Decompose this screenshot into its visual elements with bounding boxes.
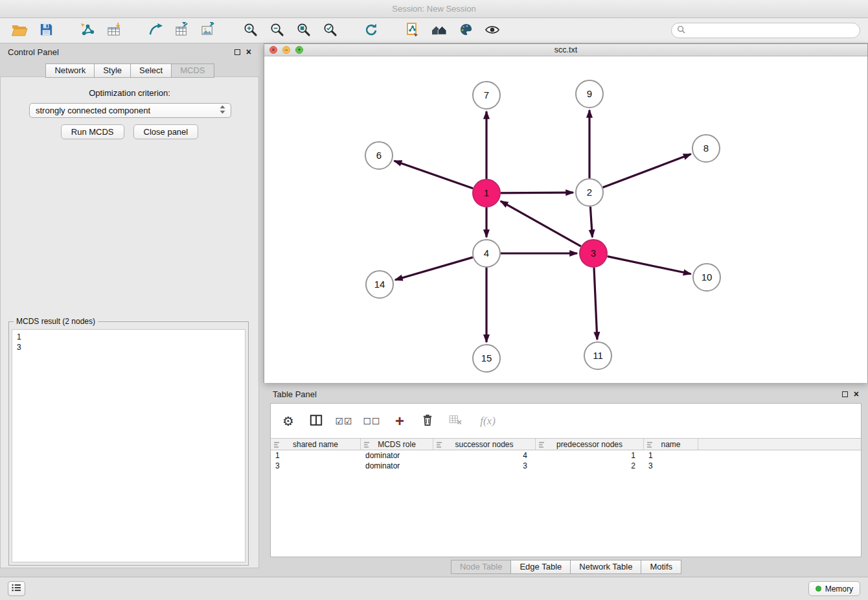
column-header-shared-name[interactable]: shared name bbox=[271, 439, 361, 450]
import-table-button[interactable] bbox=[102, 20, 126, 41]
graph-edge-3-1[interactable] bbox=[501, 201, 581, 246]
table-panel-header: Table Panel × bbox=[264, 387, 868, 401]
table-row[interactable]: 3dominator323 bbox=[271, 461, 861, 471]
zoom-fit-button[interactable] bbox=[291, 20, 315, 41]
delete-table-button[interactable] bbox=[447, 413, 464, 430]
result-item[interactable]: 1 bbox=[12, 332, 245, 342]
minimize-window-button[interactable]: − bbox=[282, 46, 290, 54]
graph-edge-1-2[interactable] bbox=[501, 192, 573, 193]
function-builder-button[interactable]: f(x) bbox=[475, 413, 501, 430]
maximize-window-button[interactable]: + bbox=[295, 46, 303, 54]
column-header-predecessor-nodes[interactable]: predecessor nodes bbox=[536, 439, 644, 450]
column-header-name[interactable]: name bbox=[644, 439, 698, 450]
close-window-button[interactable]: × bbox=[269, 46, 277, 54]
graph-node-label: 11 bbox=[593, 350, 603, 361]
zoom-in-button[interactable] bbox=[238, 20, 262, 41]
deselect-all-columns-button[interactable]: ☐☐ bbox=[363, 413, 380, 430]
tab-edge-table[interactable]: Edge Table bbox=[510, 560, 571, 574]
task-history-button[interactable] bbox=[8, 581, 25, 596]
graph-edge-4-14[interactable] bbox=[395, 257, 473, 280]
table-tabs: Node TableEdge TableNetwork TableMotifs bbox=[264, 560, 868, 574]
close-table-panel-button[interactable]: × bbox=[854, 391, 859, 397]
cell-predecessor-nodes: 2 bbox=[536, 461, 644, 471]
import-network-button[interactable] bbox=[76, 20, 99, 41]
control-panel: Control Panel × NetworkStyleSelectMCDS O… bbox=[0, 43, 259, 577]
column-header-label: predecessor nodes bbox=[556, 440, 622, 449]
result-item[interactable]: 3 bbox=[12, 342, 245, 352]
tab-network-table[interactable]: Network Table bbox=[570, 560, 641, 574]
graph-edge-2-3[interactable] bbox=[590, 207, 592, 237]
delete-table-icon bbox=[448, 414, 463, 428]
graph-node-label: 10 bbox=[702, 271, 713, 283]
export-table-button[interactable] bbox=[170, 20, 194, 41]
clone-network-button[interactable] bbox=[401, 20, 424, 41]
home-icon bbox=[430, 23, 448, 39]
home-button[interactable] bbox=[428, 20, 451, 41]
column-header-successor-nodes[interactable]: successor nodes bbox=[433, 439, 536, 450]
float-table-panel-button[interactable] bbox=[842, 391, 848, 397]
clone-network-icon bbox=[405, 22, 420, 40]
criterion-dropdown[interactable]: strongly connected component bbox=[29, 103, 231, 118]
plus-icon: + bbox=[395, 415, 404, 428]
cell-shared-name: 3 bbox=[271, 461, 361, 471]
cell-mcds-role: dominator bbox=[361, 461, 433, 471]
import-table-icon bbox=[106, 22, 122, 39]
mcds-result-title: MCDS result (2 nodes) bbox=[14, 317, 98, 326]
select-all-columns-button[interactable]: ☑☑ bbox=[336, 413, 352, 430]
first-neighbors-button[interactable] bbox=[144, 20, 167, 41]
zoom-selected-button[interactable] bbox=[318, 20, 341, 41]
close-panel-button[interactable]: Close panel bbox=[133, 124, 199, 139]
node-table-body: 1dominator4113dominator323 bbox=[271, 450, 861, 471]
table-settings-button[interactable]: ⚙ bbox=[280, 413, 297, 430]
memory-status-dot bbox=[816, 586, 821, 592]
refresh-button[interactable] bbox=[360, 20, 383, 41]
float-panel-button[interactable] bbox=[234, 49, 240, 55]
tab-node-table[interactable]: Node Table bbox=[451, 560, 512, 574]
delete-row-button[interactable] bbox=[419, 413, 436, 430]
graph-node-label: 8 bbox=[703, 143, 709, 154]
tab-network[interactable]: Network bbox=[45, 63, 95, 78]
eye-icon bbox=[484, 23, 501, 39]
chevron-up-down-icon bbox=[218, 104, 227, 117]
save-session-button[interactable] bbox=[34, 20, 58, 41]
status-bar: Memory bbox=[0, 577, 868, 600]
table-toolbar: ⚙ ☑☑ ☐☐ + f(x) bbox=[271, 404, 861, 438]
zoom-out-button[interactable] bbox=[265, 20, 288, 41]
column-sort-icon bbox=[646, 441, 654, 450]
window-titlebar: Session: New Session bbox=[0, 0, 868, 18]
export-image-button[interactable] bbox=[197, 20, 220, 41]
graph-node-label: 7 bbox=[484, 89, 489, 100]
show-hide-button[interactable] bbox=[481, 20, 504, 41]
close-panel-x-button[interactable]: × bbox=[246, 49, 251, 55]
list-icon bbox=[12, 584, 21, 594]
graph-edge-1-6[interactable] bbox=[394, 161, 474, 189]
node-table-container: ⚙ ☑☑ ☐☐ + f(x) shared nameMCDS rolesucce… bbox=[270, 403, 862, 557]
control-panel-tabs: NetworkStyleSelectMCDS bbox=[0, 63, 259, 78]
search-input[interactable] bbox=[689, 26, 854, 36]
graph-edge-3-11[interactable] bbox=[594, 268, 597, 340]
add-row-button[interactable]: + bbox=[391, 413, 408, 430]
tab-motifs[interactable]: Motifs bbox=[641, 560, 681, 574]
mcds-result-list[interactable]: 13 bbox=[12, 329, 246, 562]
tab-style[interactable]: Style bbox=[94, 63, 131, 78]
cell-name: 1 bbox=[644, 450, 698, 461]
run-mcds-button[interactable]: Run MCDS bbox=[61, 124, 124, 139]
show-columns-button[interactable] bbox=[308, 413, 325, 430]
column-sort-icon bbox=[436, 441, 443, 450]
gear-icon: ⚙ bbox=[282, 413, 294, 429]
style-paint-button[interactable] bbox=[454, 20, 477, 41]
column-header-mcds-role[interactable]: MCDS role bbox=[361, 439, 433, 450]
search-field[interactable] bbox=[671, 23, 860, 38]
graph-node-label: 9 bbox=[587, 88, 592, 99]
open-file-button[interactable] bbox=[8, 20, 31, 41]
network-graph[interactable]: 7968124314101511 bbox=[264, 56, 867, 383]
column-header-label: shared name bbox=[293, 440, 338, 449]
mcds-result-box: MCDS result (2 nodes) 13 bbox=[8, 321, 249, 566]
graph-edge-3-10[interactable] bbox=[608, 257, 691, 274]
tab-select[interactable]: Select bbox=[130, 63, 172, 78]
graph-edge-2-8[interactable] bbox=[603, 154, 691, 187]
tab-mcds[interactable]: MCDS bbox=[171, 63, 214, 78]
checked-boxes-icon: ☑☑ bbox=[335, 416, 352, 426]
memory-button[interactable]: Memory bbox=[808, 581, 860, 596]
table-row[interactable]: 1dominator411 bbox=[271, 450, 861, 461]
